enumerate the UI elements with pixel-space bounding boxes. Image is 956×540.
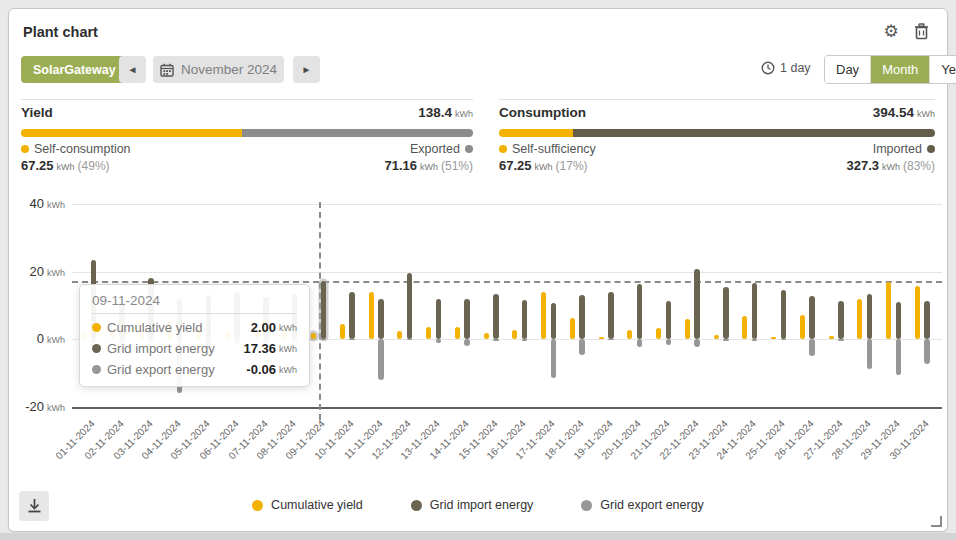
y-tick-label: -20kWh	[19, 399, 65, 414]
export-bar[interactable]	[493, 339, 499, 341]
series-dot-icon	[92, 323, 101, 332]
import-bar[interactable]	[378, 299, 384, 340]
yield-bar[interactable]	[541, 292, 546, 339]
resize-handle-icon[interactable]	[931, 516, 942, 527]
yield-bar[interactable]	[771, 337, 776, 339]
next-period-button[interactable]: ►	[293, 56, 320, 83]
consumption-progress-bar	[499, 129, 935, 137]
import-bar[interactable]	[522, 300, 528, 339]
legend-item[interactable]: Grid import energy	[411, 498, 534, 512]
view-tab-year[interactable]: Year	[929, 56, 956, 83]
yield-bar[interactable]	[829, 336, 834, 339]
yield-bar[interactable]	[800, 315, 805, 339]
yield-bar[interactable]	[397, 331, 402, 339]
import-bar[interactable]	[752, 283, 758, 340]
yield-bar[interactable]	[311, 333, 316, 340]
import-bar[interactable]	[896, 302, 902, 339]
yield-bar[interactable]	[369, 292, 374, 339]
import-bar[interactable]	[867, 294, 873, 339]
yield-bar[interactable]	[455, 327, 460, 339]
yield-bar[interactable]	[857, 299, 862, 340]
period-picker-button[interactable]: November 2024	[153, 56, 284, 83]
export-bar[interactable]	[809, 339, 815, 356]
yield-progress-bar	[21, 129, 473, 137]
prev-period-button[interactable]: ◄	[119, 56, 146, 83]
yield-bar[interactable]	[714, 335, 719, 340]
legend-item[interactable]: Grid export energy	[581, 498, 704, 512]
import-bar[interactable]	[809, 296, 815, 339]
page-title: Plant chart	[23, 24, 98, 40]
export-bar[interactable]	[694, 339, 700, 347]
delete-button[interactable]	[911, 21, 931, 41]
export-bar[interactable]	[637, 339, 643, 347]
import-bar[interactable]	[781, 290, 787, 339]
export-bar[interactable]	[838, 339, 844, 340]
import-bar[interactable]	[637, 284, 643, 339]
view-tab-day[interactable]: Day	[825, 56, 870, 83]
horizontal-scrollbar[interactable]	[0, 533, 956, 540]
import-bar[interactable]	[349, 292, 355, 339]
export-bar[interactable]	[896, 339, 902, 375]
self-consumption-label: Self-consumption	[21, 142, 131, 156]
import-bar[interactable]	[436, 299, 442, 340]
yellow-dot-icon	[21, 145, 29, 153]
legend-item[interactable]: Cumulative yield	[252, 498, 363, 512]
gridline-20	[72, 272, 942, 273]
export-bar[interactable]	[867, 339, 873, 368]
yield-bar[interactable]	[656, 328, 661, 340]
yield-bar[interactable]	[426, 327, 431, 339]
gridline--20	[72, 407, 942, 409]
interval-label: 1 day	[780, 61, 811, 75]
chevron-right-icon: ►	[302, 64, 312, 75]
export-bar[interactable]	[522, 339, 528, 341]
export-bar[interactable]	[551, 339, 557, 377]
consumption-summary: Consumption 394.54kWh Self-sufficiency I…	[499, 99, 935, 173]
gateway-button[interactable]: SolarGateway	[21, 56, 128, 83]
import-bar[interactable]	[694, 269, 700, 340]
import-bar[interactable]	[838, 301, 844, 339]
y-tick-label: 0kWh	[19, 331, 65, 346]
export-bar[interactable]	[579, 339, 585, 355]
y-tick-label: 20kWh	[19, 264, 65, 279]
export-bar[interactable]	[752, 339, 758, 341]
yield-bar[interactable]	[599, 337, 604, 339]
yield-bar[interactable]	[627, 330, 632, 339]
yield-bar[interactable]	[570, 318, 575, 339]
yield-bar[interactable]	[742, 316, 747, 339]
exported-label: Exported	[410, 142, 473, 156]
clock-icon	[761, 61, 775, 75]
export-bar[interactable]	[436, 339, 442, 342]
tooltip-date: 09-11-2024	[92, 293, 297, 314]
self-consumption-value: 67.25kWh(49%)	[21, 158, 110, 173]
export-bar[interactable]	[723, 339, 729, 340]
yield-bar[interactable]	[340, 324, 345, 339]
yield-bar[interactable]	[915, 286, 920, 339]
import-bar[interactable]	[407, 273, 413, 339]
import-bar[interactable]	[464, 299, 470, 340]
yield-title: Yield	[21, 105, 53, 120]
yield-bar[interactable]	[685, 319, 690, 339]
consumption-total: 394.54	[873, 105, 914, 120]
yield-bar[interactable]	[512, 330, 517, 339]
legend-dot-icon	[411, 500, 422, 511]
view-tab-month[interactable]: Month	[870, 56, 929, 83]
y-tick-label: 40kWh	[19, 196, 65, 211]
olive-dot-icon	[927, 145, 935, 153]
yield-bar[interactable]	[886, 282, 891, 339]
trash-icon	[914, 23, 929, 40]
import-bar[interactable]	[493, 294, 499, 340]
yield-bar[interactable]	[484, 333, 489, 340]
import-bar[interactable]	[608, 292, 614, 339]
export-bar[interactable]	[924, 339, 930, 364]
export-bar[interactable]	[378, 339, 384, 380]
import-bar[interactable]	[924, 301, 930, 339]
export-bar[interactable]	[666, 339, 672, 345]
import-bar[interactable]	[579, 295, 585, 339]
import-bar[interactable]	[723, 287, 729, 339]
import-bar[interactable]	[321, 281, 327, 340]
export-bar[interactable]	[464, 339, 470, 346]
settings-button[interactable]: ⚙	[881, 21, 901, 41]
gridline-40	[72, 204, 942, 205]
import-bar[interactable]	[551, 303, 557, 339]
import-bar[interactable]	[666, 301, 672, 339]
